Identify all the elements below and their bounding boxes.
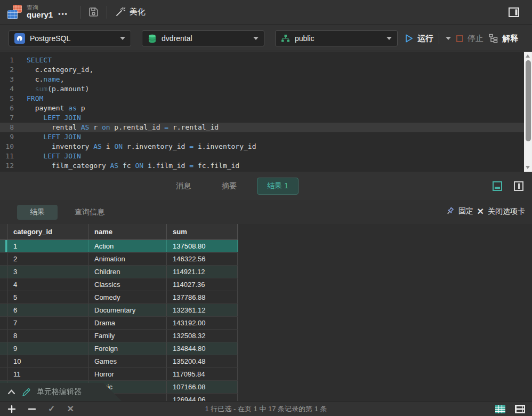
cell-category_id[interactable]: 9 [7,342,88,355]
explain-button[interactable]: 解释 [488,30,518,46]
row-gutter[interactable] [0,342,7,355]
cell-name[interactable]: Games [88,355,167,367]
code-line[interactable]: 9 LEFT JOIN [0,132,532,142]
row-gutter[interactable] [0,266,7,278]
code-line[interactable]: 8 rental AS r on p.rental_id = r.rental_… [0,123,532,132]
table-row[interactable]: 5Comedy137786.88 [0,291,238,304]
code-line[interactable]: 10 inventory AS i ON r.inventory_id = i.… [0,142,532,151]
cell-name[interactable]: Animation [88,253,167,265]
row-gutter[interactable] [0,368,7,380]
table-row[interactable]: 6Documentary132361.12 [0,304,238,317]
database-select[interactable]: dvdrental [142,30,264,46]
apply-changes-button[interactable]: ✓ [48,404,55,414]
cell-name[interactable]: Horror [88,368,167,380]
cell-sum[interactable]: 117095.84 [167,368,238,380]
cell-sum[interactable]: 107166.08 [167,381,238,393]
editor-scrollbar[interactable] [524,52,532,172]
cell-sum[interactable]: 135200.48 [167,355,238,367]
cell-category_id[interactable]: 1 [7,240,88,252]
cell-category_id[interactable]: 8 [7,330,88,342]
code-line[interactable]: 4 sum(p.amount) [0,84,532,94]
tab-query-info[interactable]: 查询信息 [75,207,104,217]
pin-button[interactable]: 固定 [445,206,473,216]
grid-view-button[interactable] [495,404,506,414]
cell-sum[interactable]: 114921.12 [167,266,238,278]
tab-summary[interactable]: 摘要 [222,181,237,191]
form-view-button[interactable] [514,404,526,414]
query-tab[interactable]: 查询 query1 [27,4,53,20]
cell-category_id[interactable]: 10 [7,355,88,367]
run-options-button[interactable] [446,37,451,40]
table-row[interactable]: 4Classics114027.36 [0,278,238,291]
discard-changes-button[interactable]: ✕ [67,404,74,414]
cell-sum[interactable]: 134844.80 [167,342,238,355]
cell-sum[interactable]: 126944.06 [167,394,238,401]
cell-name[interactable]: Comedy [88,291,167,303]
column-header-name[interactable]: name [88,224,167,239]
code-line[interactable]: 2 c.category_id, [0,65,532,75]
more-options-button[interactable]: ••• [58,10,68,18]
tab-messages[interactable]: 消息 [176,181,191,191]
cell-sum[interactable]: 132508.32 [167,330,238,342]
cell-sum[interactable]: 137786.88 [167,291,238,303]
schema-select[interactable]: public [275,30,398,46]
right-panel-toggle-button[interactable] [507,6,520,19]
cell-sum[interactable]: 114027.36 [167,278,238,291]
split-vertical-button[interactable] [513,180,525,192]
cell-editor-toggle[interactable]: 单元格编辑器 [0,383,123,401]
table-row[interactable]: 2Animation146322.56 [0,253,238,266]
scroll-down-icon[interactable] [526,166,530,169]
beautify-button[interactable]: 美化 [115,6,146,18]
tab-result[interactable]: 结果 [17,205,58,220]
code-line[interactable]: 12 film_category AS fc ON i.film_id = fc… [0,161,532,171]
cell-category_id[interactable]: 3 [7,266,88,278]
cell-sum[interactable]: 132361.12 [167,304,238,316]
table-row[interactable]: 9Foreign134844.80 [0,342,238,355]
close-tab-button[interactable]: ✕ 关闭选项卡 [477,206,525,217]
cell-name[interactable]: Family [88,330,167,342]
table-row[interactable]: 3Children114921.12 [0,266,238,278]
connection-select[interactable]: PostgreSQL [9,30,131,46]
table-row[interactable]: 11Horror117095.84 [0,368,238,381]
table-row[interactable]: 1Action137508.80 [0,240,238,253]
row-gutter[interactable] [0,317,7,329]
cell-name[interactable]: Drama [88,317,167,329]
cell-category_id[interactable]: 5 [7,291,88,303]
cell-sum[interactable]: 137508.80 [167,240,238,252]
run-button[interactable]: 运行 [404,34,433,44]
cell-name[interactable]: Children [88,266,167,278]
add-row-button[interactable] [7,405,16,413]
cell-name[interactable]: Documentary [88,304,167,316]
row-gutter[interactable] [0,291,7,303]
cell-sum[interactable]: 143192.00 [167,317,238,329]
code-line[interactable]: 5FROM [0,94,532,103]
cell-sum[interactable]: 146322.56 [167,253,238,265]
row-gutter[interactable] [0,278,7,291]
row-gutter[interactable] [0,240,7,252]
stop-button[interactable]: 停止 [456,30,483,46]
cell-name[interactable]: Action [88,240,167,252]
table-row[interactable]: 10Games135200.48 [0,355,238,368]
cell-name[interactable]: Foreign [88,342,167,355]
column-header-sum[interactable]: sum [167,224,238,239]
table-row[interactable]: 7Drama143192.00 [0,317,238,330]
cell-category_id[interactable]: 11 [7,368,88,380]
tab-result-1[interactable]: 结果 1 [257,178,299,195]
cell-category_id[interactable]: 6 [7,304,88,316]
column-header-category-id[interactable]: category_id [7,224,88,239]
cell-category_id[interactable]: 4 [7,278,88,291]
row-gutter[interactable] [0,355,7,367]
cell-category_id[interactable]: 2 [7,253,88,265]
cell-name[interactable]: Classics [88,278,167,291]
row-gutter[interactable] [0,330,7,342]
cell-category_id[interactable]: 7 [7,317,88,329]
sql-editor[interactable]: 1SELECT2 c.category_id,3 c.name,4 sum(p.… [0,52,532,172]
code-line[interactable]: 1SELECT [0,55,532,65]
scrollbar-thumb[interactable] [526,60,531,141]
row-gutter[interactable] [0,304,7,316]
scroll-up-icon[interactable] [526,54,530,58]
code-line[interactable]: 3 c.name, [0,75,532,84]
table-row[interactable]: 8Family132508.32 [0,330,238,342]
code-line[interactable]: 7 LEFT JOIN [0,113,532,123]
save-button[interactable] [88,6,99,18]
